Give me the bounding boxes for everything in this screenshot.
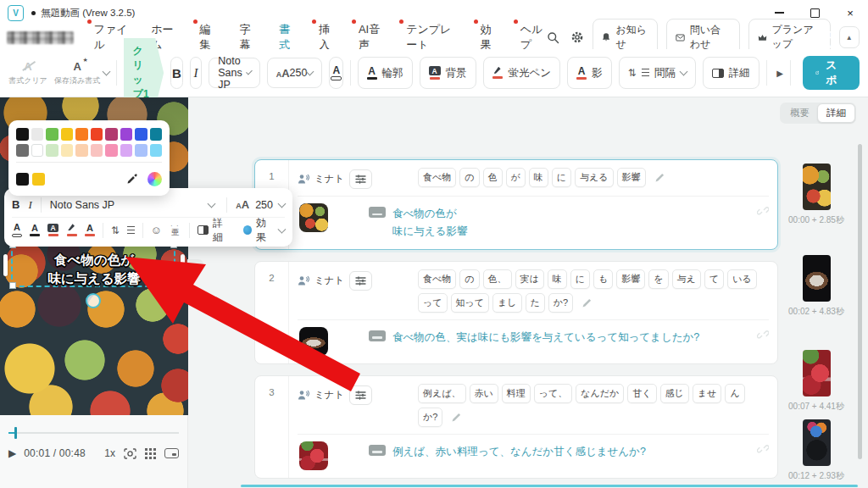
word-chip[interactable]: を bbox=[648, 269, 668, 289]
edit-pencil-icon[interactable] bbox=[654, 172, 665, 183]
color-swatch[interactable] bbox=[31, 128, 44, 141]
subtitle-card[interactable]: 1ミナト食べ物の色が味に与える影響食べ物の色が味に与える影響 bbox=[254, 159, 778, 250]
highlighter-icon[interactable] bbox=[66, 224, 77, 236]
word-chip[interactable]: 与え bbox=[672, 269, 701, 289]
menu-item-テンプレート[interactable]: テンプレート bbox=[406, 22, 458, 53]
word-chip[interactable]: 与える bbox=[575, 168, 614, 187]
italic-button[interactable]: I bbox=[28, 198, 31, 212]
bold-button[interactable]: B bbox=[12, 198, 19, 211]
subtitle-card[interactable]: 3ミナト例えば、赤い料理って、なんだか甘く感じませんか?例えば、赤い料理って、な… bbox=[254, 375, 778, 479]
word-chip[interactable]: 食べ物 bbox=[418, 269, 456, 289]
word-chip[interactable]: 味 bbox=[529, 168, 548, 187]
color-swatch[interactable] bbox=[91, 128, 103, 141]
speaker-settings-button[interactable] bbox=[349, 271, 372, 291]
word-chip[interactable]: って、 bbox=[534, 384, 573, 403]
edit-pencil-icon[interactable] bbox=[581, 297, 593, 308]
font-size-select[interactable]: AA 250 bbox=[236, 198, 285, 211]
background-button[interactable]: A 背景 bbox=[420, 57, 476, 89]
color-swatch[interactable] bbox=[75, 128, 88, 141]
color-swatch[interactable] bbox=[31, 144, 44, 157]
unlink-icon[interactable] bbox=[757, 441, 769, 455]
color-swatch[interactable] bbox=[105, 128, 118, 141]
word-chip[interactable]: いる bbox=[727, 269, 757, 289]
shadow-icon[interactable]: A bbox=[85, 224, 95, 237]
emoji-icon[interactable]: ☺ bbox=[151, 224, 162, 236]
color-swatch[interactable] bbox=[32, 173, 45, 186]
menu-item-書式[interactable]: 書式 bbox=[279, 22, 296, 53]
outline-icon[interactable]: A bbox=[30, 224, 40, 237]
word-chip[interactable]: か? bbox=[418, 408, 442, 427]
font-select[interactable]: Noto Sans JP bbox=[50, 199, 219, 211]
detail-button[interactable]: 詳細 bbox=[703, 57, 760, 89]
speaker-settings-button[interactable] bbox=[349, 385, 372, 405]
color-swatch[interactable] bbox=[150, 128, 163, 141]
subtitle-card[interactable]: 2ミナト食べ物の色、実は味にも影響を与えているって知ってましたか?食べ物の色、実… bbox=[254, 261, 778, 364]
clear-format-button[interactable]: A 書式クリア bbox=[8, 60, 47, 86]
word-chip[interactable]: の bbox=[459, 168, 479, 187]
color-swatch[interactable] bbox=[16, 144, 29, 157]
ruby-icon[interactable]: ・・亜 bbox=[170, 224, 181, 236]
color-swatch[interactable] bbox=[46, 128, 58, 141]
side-resize-handle[interactable] bbox=[3, 254, 8, 276]
font-select[interactable]: Noto Sans JP bbox=[209, 58, 259, 88]
color-swatch[interactable] bbox=[91, 144, 103, 157]
word-chip[interactable]: 感じ bbox=[660, 384, 689, 403]
panel-handle[interactable] bbox=[187, 259, 203, 272]
menu-item-ヘルプ[interactable]: ヘルプ bbox=[520, 22, 546, 53]
outline-button[interactable]: A 輪郭 bbox=[358, 57, 413, 89]
rotate-handle[interactable] bbox=[86, 293, 101, 308]
color-swatch[interactable] bbox=[16, 173, 29, 186]
text-color-icon[interactable]: A bbox=[12, 223, 22, 237]
word-chip[interactable]: 色 bbox=[483, 168, 503, 187]
color-swatch[interactable] bbox=[120, 144, 133, 157]
timeline-item[interactable]: 00:00 + 2.85秒 bbox=[780, 164, 853, 226]
color-swatch[interactable] bbox=[75, 144, 88, 157]
menu-item-AI音声[interactable]: AI音声 bbox=[359, 22, 383, 53]
playback-speed-button[interactable]: 1x bbox=[104, 447, 115, 459]
aspect-ratio-icon[interactable] bbox=[164, 448, 179, 458]
background-icon[interactable]: A bbox=[47, 224, 58, 236]
timeline-item[interactable]: 00:12 + 2.93秒 bbox=[780, 419, 853, 482]
italic-button[interactable]: I bbox=[190, 57, 203, 89]
unlink-icon[interactable] bbox=[757, 203, 769, 217]
word-chip[interactable]: って bbox=[418, 293, 448, 313]
subtitle-text[interactable]: 食べ物の色が味に与える影響 bbox=[392, 205, 467, 241]
menu-item-編集[interactable]: 編集 bbox=[200, 22, 217, 53]
timeline-item[interactable]: 00:02 + 4.83秒 bbox=[780, 255, 853, 318]
word-chip[interactable]: か? bbox=[548, 293, 573, 313]
word-chip[interactable]: の bbox=[459, 269, 479, 289]
spacing-button[interactable]: ⇅ 間隔 bbox=[619, 57, 696, 89]
gear-icon[interactable] bbox=[570, 28, 585, 47]
highlighter-button[interactable]: 蛍光ペン bbox=[483, 57, 561, 89]
color-swatch[interactable] bbox=[135, 144, 147, 157]
scrollbar[interactable] bbox=[858, 144, 862, 459]
color-swatch[interactable] bbox=[61, 144, 74, 157]
color-swatch[interactable] bbox=[150, 144, 163, 157]
screenshot-icon[interactable] bbox=[124, 448, 136, 459]
timeline-thumbnail[interactable] bbox=[803, 255, 831, 302]
word-chip[interactable]: も bbox=[593, 269, 613, 289]
word-chip[interactable]: 食べ物 bbox=[418, 168, 456, 187]
search-icon[interactable] bbox=[546, 28, 561, 47]
tab-detail[interactable]: 詳細 bbox=[817, 103, 855, 123]
detail-button[interactable]: 詳細 bbox=[198, 216, 232, 245]
chevron-down-icon[interactable] bbox=[103, 68, 111, 76]
word-chip[interactable]: 料理 bbox=[502, 384, 531, 403]
word-chip[interactable]: に bbox=[570, 269, 590, 289]
word-chip[interactable]: 甘く bbox=[627, 384, 656, 403]
word-chip[interactable]: が bbox=[506, 168, 526, 187]
effect-button[interactable]: 効果 bbox=[243, 216, 285, 245]
clip-thumbnail[interactable] bbox=[299, 203, 328, 232]
color-swatch[interactable] bbox=[120, 128, 133, 141]
word-chip[interactable]: 赤い bbox=[470, 384, 498, 403]
menu-item-字幕[interactable]: 字幕 bbox=[239, 22, 256, 53]
subtitle-text[interactable]: 食べ物の色、実は味にも影響を与えているって知ってましたか? bbox=[392, 329, 699, 347]
color-swatch[interactable] bbox=[135, 128, 147, 141]
word-chip[interactable]: た bbox=[526, 293, 545, 313]
word-chip[interactable]: 影響 bbox=[617, 168, 646, 187]
timeline-thumbnail[interactable] bbox=[803, 419, 831, 466]
timeline-thumbnail[interactable] bbox=[803, 350, 831, 396]
menu-item-ファイル[interactable]: ファイル bbox=[94, 22, 129, 53]
seek-bar[interactable] bbox=[8, 432, 179, 434]
color-swatch[interactable] bbox=[105, 144, 118, 157]
